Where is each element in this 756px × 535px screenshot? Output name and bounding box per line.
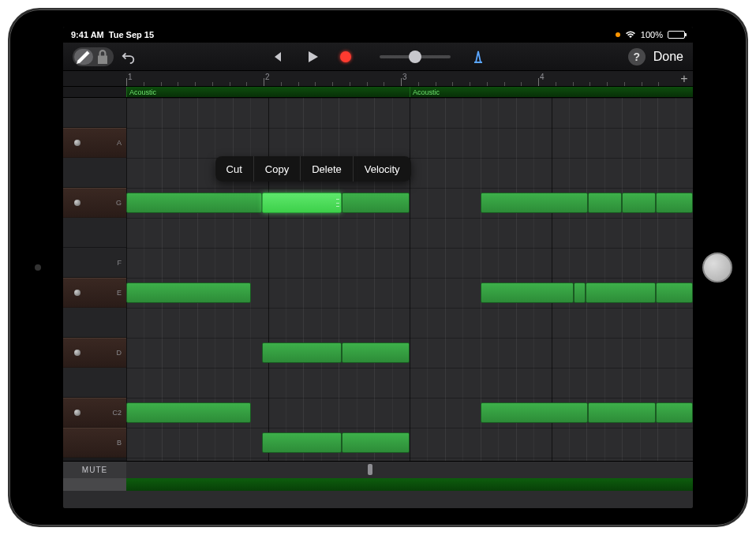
volume-slider[interactable] xyxy=(380,55,451,58)
fret-dot-icon xyxy=(74,410,80,416)
add-bar-button[interactable]: + xyxy=(676,71,693,86)
mute-track[interactable] xyxy=(126,462,693,478)
pencil-icon[interactable] xyxy=(74,49,93,65)
fret-dot-icon xyxy=(74,350,80,356)
volume-thumb[interactable] xyxy=(409,51,421,63)
fret-label: C2 xyxy=(112,409,122,417)
record-button[interactable] xyxy=(340,51,351,62)
status-time: 9:41 AM xyxy=(71,30,104,39)
midi-note[interactable] xyxy=(481,402,588,423)
note-grid[interactable]: CutCopyDeleteVelocity xyxy=(126,98,693,461)
midi-note[interactable] xyxy=(588,402,656,423)
ruler-track[interactable]: 1234 xyxy=(126,71,676,86)
screen: 9:41 AM Tue Sep 15 100% xyxy=(63,27,693,508)
rewind-button[interactable] xyxy=(271,50,285,64)
camera-icon xyxy=(35,264,41,271)
status-date: Tue Sep 15 xyxy=(109,30,154,39)
done-button[interactable]: Done xyxy=(653,50,683,64)
edit-mode-toggle[interactable] xyxy=(73,47,114,66)
context-menu-item[interactable]: Cut xyxy=(215,156,254,181)
fret-row xyxy=(63,368,126,398)
fret-label: B xyxy=(117,439,122,447)
region-label[interactable]: Acoustic xyxy=(410,87,693,97)
fret-row: D xyxy=(63,338,126,368)
ruler-bar-number: 2 xyxy=(265,73,270,81)
overview-strip[interactable] xyxy=(63,478,693,491)
midi-note[interactable] xyxy=(588,193,622,213)
fret-row: C2 xyxy=(63,398,126,428)
midi-note[interactable] xyxy=(656,193,693,213)
fretboard: AGFEDC2B xyxy=(63,98,126,461)
fret-row: E xyxy=(63,278,126,308)
mute-button[interactable]: MUTE xyxy=(63,462,126,478)
context-menu-item[interactable]: Velocity xyxy=(354,156,411,181)
undo-button[interactable] xyxy=(122,50,136,64)
region-label[interactable]: Acoustic xyxy=(126,87,410,97)
midi-note[interactable] xyxy=(126,193,262,213)
mute-row: MUTE xyxy=(63,461,693,478)
fret-row: G xyxy=(63,188,126,218)
midi-note[interactable] xyxy=(342,342,410,363)
toolbar: ? Done xyxy=(63,43,693,71)
midi-note[interactable] xyxy=(481,193,588,213)
fret-label: E xyxy=(117,289,122,297)
fret-dot-icon xyxy=(74,200,80,206)
fret-row: A xyxy=(63,128,126,158)
lock-icon[interactable] xyxy=(93,49,112,65)
context-menu-item[interactable]: Copy xyxy=(254,156,301,181)
status-bar: 9:41 AM Tue Sep 15 100% xyxy=(63,27,693,43)
region-header: AcousticAcoustic xyxy=(63,87,693,98)
fret-label: D xyxy=(117,349,122,357)
fret-dot-icon xyxy=(74,290,80,296)
fret-row: F xyxy=(63,248,126,278)
ipad-frame: 9:41 AM Tue Sep 15 100% xyxy=(8,8,748,527)
ruler-gutter xyxy=(63,71,126,86)
piano-roll: AGFEDC2B CutCopyDeleteVelocity xyxy=(63,98,693,461)
ruler-bar-number: 3 xyxy=(402,73,407,81)
midi-note[interactable] xyxy=(262,432,342,453)
fret-label: G xyxy=(116,199,122,207)
midi-note[interactable] xyxy=(342,432,410,453)
fret-row xyxy=(63,98,126,128)
context-menu-item[interactable]: Delete xyxy=(301,156,354,181)
playhead-marker[interactable] xyxy=(368,464,372,475)
midi-note[interactable] xyxy=(656,402,693,423)
midi-note[interactable] xyxy=(656,282,693,303)
metronome-button[interactable] xyxy=(471,50,485,64)
midi-note[interactable] xyxy=(586,282,657,303)
ruler-bar-number: 4 xyxy=(540,73,545,81)
fret-row xyxy=(63,218,126,248)
midi-note[interactable] xyxy=(342,193,410,213)
context-menu: CutCopyDeleteVelocity xyxy=(215,156,411,181)
help-button[interactable]: ? xyxy=(628,48,646,65)
midi-note[interactable] xyxy=(126,402,251,423)
fret-label: F xyxy=(118,259,122,267)
fret-row xyxy=(63,158,126,188)
midi-note[interactable] xyxy=(574,282,585,303)
battery-icon xyxy=(668,31,685,39)
region-track[interactable]: AcousticAcoustic xyxy=(126,87,693,97)
fret-row: B xyxy=(63,428,126,458)
recording-indicator-icon xyxy=(616,32,620,37)
midi-note[interactable] xyxy=(481,282,574,303)
play-button[interactable] xyxy=(305,50,320,64)
midi-note[interactable] xyxy=(622,193,656,213)
home-button[interactable] xyxy=(702,253,732,282)
fret-dot-icon xyxy=(74,140,80,146)
fret-label: A xyxy=(117,139,122,147)
wifi-icon xyxy=(625,31,636,39)
ruler-bar-number: 1 xyxy=(128,73,133,81)
ruler[interactable]: 1234 + xyxy=(63,71,693,87)
fret-row xyxy=(63,308,126,338)
note-resize-handle[interactable] xyxy=(336,199,339,207)
midi-note[interactable] xyxy=(262,342,342,363)
midi-note[interactable] xyxy=(126,282,251,303)
battery-percent: 100% xyxy=(641,30,663,39)
midi-note[interactable] xyxy=(262,193,342,213)
